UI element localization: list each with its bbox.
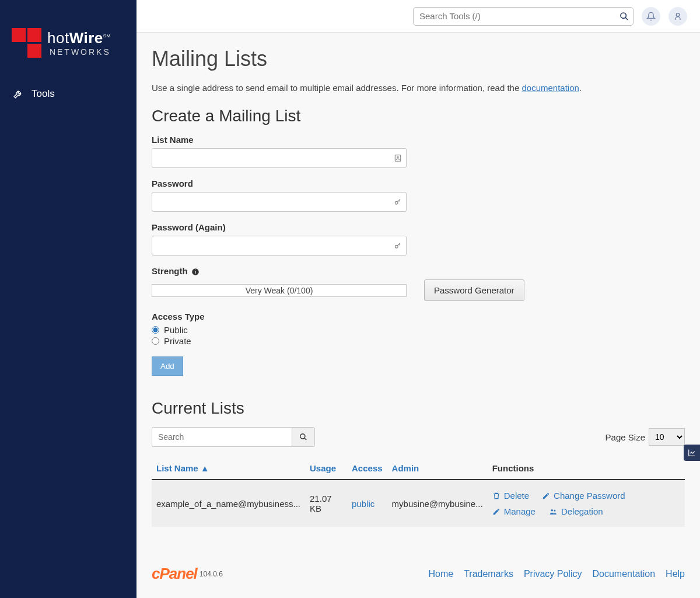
create-heading: Create a Mailing List (152, 107, 685, 125)
svg-text:i: i (195, 270, 196, 275)
delegation-link[interactable]: Delegation (548, 506, 603, 516)
pencil-icon (542, 492, 550, 500)
search-icon (620, 12, 629, 21)
list-search-input[interactable] (152, 427, 292, 447)
current-lists-heading: Current Lists (152, 399, 685, 418)
sidebar-item-tools[interactable]: Tools (0, 81, 136, 107)
password-label: Password (152, 179, 685, 188)
password-again-input[interactable] (152, 236, 407, 256)
add-button[interactable]: Add (152, 356, 183, 376)
password-again-label: Password (Again) (152, 222, 685, 232)
search-input[interactable] (413, 7, 634, 26)
sidebar: hotWireSM NETWORKS Tools (0, 0, 136, 598)
logo: hotWireSM NETWORKS (0, 0, 136, 81)
notifications-button[interactable] (642, 7, 660, 26)
list-search-button[interactable] (292, 427, 315, 447)
public-radio[interactable] (152, 326, 159, 334)
col-access[interactable]: Access (347, 457, 387, 480)
col-admin[interactable]: Admin (387, 457, 488, 480)
version: 104.0.6 (200, 570, 223, 578)
password-input[interactable] (152, 192, 407, 212)
documentation-link[interactable]: documentation (522, 83, 579, 93)
password-generator-button[interactable]: Password Generator (424, 279, 524, 301)
footer: cPanel 104.0.6 Home Trademarks Privacy P… (136, 554, 700, 598)
table-row: example_of_a_name@mybusiness... 21.07 KB… (152, 480, 685, 527)
svg-point-2 (676, 13, 679, 16)
key-icon (394, 242, 402, 250)
col-usage[interactable]: Usage (305, 457, 347, 480)
cell-admin: mybusine@mybusine... (387, 480, 488, 527)
users-icon (548, 508, 558, 516)
stats-tab[interactable] (684, 445, 700, 461)
svg-line-10 (304, 438, 307, 440)
user-button[interactable] (668, 7, 687, 26)
svg-point-6 (395, 245, 398, 248)
topbar (136, 0, 700, 33)
svg-point-0 (621, 13, 626, 18)
svg-point-5 (395, 201, 398, 204)
svg-point-4 (397, 157, 398, 158)
info-icon: i (191, 268, 200, 276)
footer-privacy[interactable]: Privacy Policy (524, 569, 582, 579)
cell-usage: 21.07 KB (305, 480, 347, 527)
footer-help[interactable]: Help (666, 569, 685, 579)
col-functions: Functions (488, 457, 685, 480)
page-size-label: Page Size (606, 432, 645, 442)
chart-icon (688, 449, 696, 457)
search-icon (299, 433, 307, 441)
cpanel-logo: cPanel (152, 565, 197, 583)
cell-functions: Delete Change Password Manage (488, 480, 685, 527)
public-label: Public (164, 325, 188, 335)
footer-home[interactable]: Home (428, 569, 453, 579)
list-name-input[interactable] (152, 148, 407, 168)
manage-link[interactable]: Manage (492, 506, 536, 516)
svg-line-1 (625, 18, 628, 20)
pencil-icon (492, 508, 501, 516)
footer-documentation[interactable]: Documentation (592, 569, 655, 579)
user-icon (673, 12, 682, 21)
tools-icon (13, 89, 23, 99)
page-description: Use a single address to send email to mu… (152, 83, 685, 93)
private-label: Private (164, 336, 191, 346)
access-type-label: Access Type (152, 312, 685, 321)
delete-link[interactable]: Delete (492, 491, 529, 501)
bell-icon (646, 12, 656, 21)
cell-access: public (347, 480, 387, 527)
private-radio[interactable] (152, 337, 159, 345)
svg-point-11 (551, 509, 553, 511)
svg-point-9 (300, 434, 305, 439)
lists-table: List Name ▲ Usage Access Admin Functions… (152, 457, 685, 527)
page-title: Mailing Lists (152, 47, 685, 71)
contact-icon (394, 154, 402, 162)
trash-icon (492, 492, 501, 500)
col-list-name[interactable]: List Name ▲ (152, 457, 305, 480)
access-link[interactable]: public (352, 499, 374, 509)
strength-label: Strength i (152, 266, 685, 276)
key-icon (394, 198, 402, 206)
cell-list-name: example_of_a_name@mybusiness... (152, 480, 305, 527)
list-name-label: List Name (152, 135, 685, 145)
strength-meter: Very Weak (0/100) (152, 284, 407, 297)
sidebar-item-label: Tools (32, 88, 55, 100)
svg-point-12 (554, 509, 555, 511)
page-size-select[interactable]: 10 (649, 428, 685, 446)
search-button[interactable] (616, 8, 632, 25)
footer-trademarks[interactable]: Trademarks (464, 569, 513, 579)
change-password-link[interactable]: Change Password (542, 491, 625, 501)
